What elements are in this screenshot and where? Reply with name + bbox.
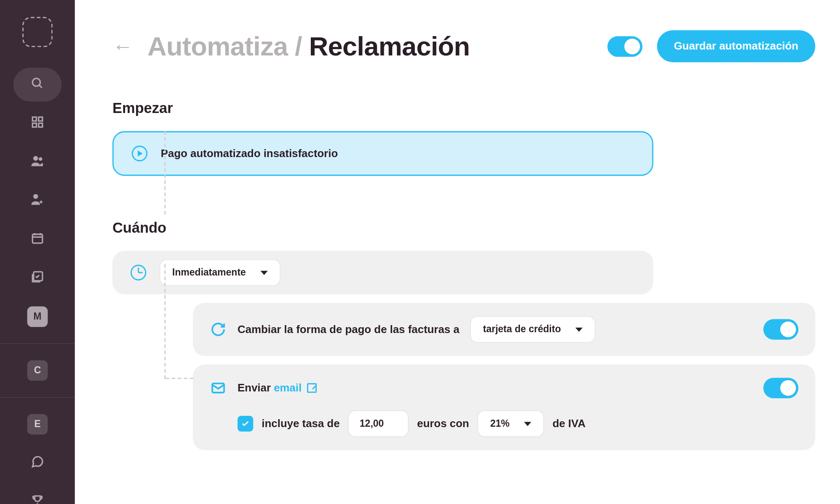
save-button[interactable]: Guardar automatización <box>657 30 815 62</box>
back-arrow-icon[interactable]: ← <box>113 34 133 58</box>
sidebar-badge-e[interactable]: E <box>13 407 62 441</box>
checklist-icon <box>31 270 44 286</box>
caret-down-icon <box>575 327 583 331</box>
timing-selected: Inmediatamente <box>172 267 246 278</box>
sidebar-item-chat[interactable] <box>13 446 62 480</box>
timing-dropdown[interactable]: Inmediatamente <box>160 259 281 286</box>
automation-enabled-toggle[interactable] <box>607 36 642 57</box>
svg-point-6 <box>33 156 38 161</box>
search-icon <box>31 77 44 92</box>
sidebar-divider <box>0 397 75 397</box>
sidebar-item-calendar[interactable] <box>13 223 62 257</box>
vat-dropdown[interactable]: 21% <box>478 410 544 437</box>
page-header: ← Automatiza / Reclamación Guardar autom… <box>113 30 816 62</box>
badge-m: M <box>27 307 48 327</box>
svg-line-1 <box>39 85 42 88</box>
sidebar-item-search[interactable] <box>13 68 62 102</box>
svg-point-7 <box>39 157 42 161</box>
sidebar-badge-m[interactable]: M <box>13 300 62 334</box>
change-payment-label: Cambiar la forma de pago de las facturas… <box>238 323 459 336</box>
refresh-icon <box>210 321 226 338</box>
breadcrumb-parent[interactable]: Automatiza <box>147 31 288 61</box>
svg-rect-3 <box>39 117 42 121</box>
payment-method-selected: tarjeta de crédito <box>483 324 561 335</box>
payment-method-dropdown[interactable]: tarjeta de crédito <box>470 316 596 343</box>
section-title-start: Empezar <box>113 100 816 116</box>
fee-amount-input[interactable] <box>348 410 409 437</box>
chat-icon <box>31 455 44 471</box>
action-change-payment: Cambiar la forma de pago de las facturas… <box>193 303 815 356</box>
caret-down-icon <box>524 422 531 426</box>
change-payment-toggle[interactable] <box>763 319 798 340</box>
sidebar-item-favorites[interactable] <box>13 184 62 218</box>
external-link-icon[interactable] <box>307 383 317 393</box>
connector-line <box>164 264 165 379</box>
caret-down-icon <box>260 270 268 275</box>
grid-icon <box>31 116 44 131</box>
send-email-toggle[interactable] <box>763 378 798 398</box>
connector-line <box>164 131 165 215</box>
fee-prefix: incluye tasa de <box>262 417 340 430</box>
breadcrumb-separator: / <box>288 31 309 61</box>
action-send-email: Enviar email incluye tasa de eur <box>193 365 815 450</box>
trigger-label: Pago automatizado insatisfactorio <box>161 147 338 160</box>
clock-icon <box>131 265 146 280</box>
svg-rect-5 <box>39 123 42 127</box>
trophy-icon <box>31 494 44 504</box>
fee-mid: euros con <box>417 417 469 430</box>
svg-point-8 <box>33 194 38 199</box>
calendar-icon <box>31 231 44 247</box>
person-star-icon <box>30 192 45 209</box>
include-fee-checkbox[interactable] <box>238 416 253 431</box>
when-card: Inmediatamente <box>113 251 654 294</box>
breadcrumb-current: Reclamación <box>309 31 470 61</box>
fee-row: incluye tasa de euros con 21% de IVA <box>238 410 798 437</box>
sidebar-item-tasks[interactable] <box>13 261 62 295</box>
svg-rect-2 <box>32 117 36 121</box>
email-link[interactable]: email <box>274 382 302 394</box>
people-icon <box>30 154 45 171</box>
svg-point-0 <box>32 79 40 86</box>
fee-suffix: de IVA <box>552 417 585 430</box>
sidebar-item-achievements[interactable] <box>13 485 62 504</box>
badge-c: C <box>27 360 48 381</box>
badge-e: E <box>27 414 48 435</box>
sidebar: M C E <box>0 0 75 504</box>
trigger-card[interactable]: Pago automatizado insatisfactorio <box>113 131 654 176</box>
vat-selected: 21% <box>490 418 509 429</box>
send-email-label: Enviar email <box>238 382 317 394</box>
mail-icon <box>210 380 226 396</box>
app-logo-placeholder <box>22 17 52 47</box>
svg-rect-4 <box>32 123 36 127</box>
main-content: ← Automatiza / Reclamación Guardar autom… <box>75 0 840 504</box>
sidebar-badge-c[interactable]: C <box>13 354 62 388</box>
breadcrumb: Automatiza / Reclamación <box>147 31 593 61</box>
sidebar-divider <box>0 343 75 344</box>
play-circle-icon <box>132 146 147 161</box>
sidebar-item-dashboard[interactable] <box>13 106 62 140</box>
sidebar-item-members[interactable] <box>13 145 62 179</box>
svg-rect-9 <box>32 234 42 243</box>
section-title-when: Cuándo <box>113 219 816 236</box>
